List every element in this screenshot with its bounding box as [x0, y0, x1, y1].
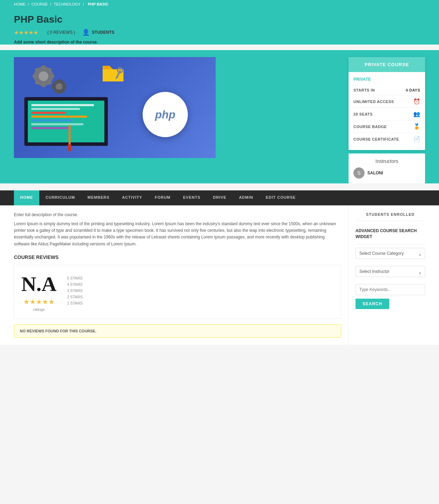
short-description: Add some short description of the course… — [14, 40, 425, 45]
breadcrumb-current: PHP BASIC — [88, 2, 109, 6]
star-row-4: 4 STARS — [67, 282, 334, 286]
breadcrumb-course[interactable]: COURSE — [31, 2, 48, 6]
unlimited-access-row: UNLIMITED ACCESS ⏰ — [353, 95, 420, 108]
advanced-search-title: ADVANCED COURSE SEARCH WIDGET — [356, 228, 425, 240]
private-course-card: PRIVATE COURSE PRIVATE STARTS IN 4 DAYS … — [349, 57, 425, 150]
reviews-section: COURSE REVIEWS N.A ★★★★★ ratings 5 STARS — [14, 254, 341, 338]
star-1-label: 1 STARS — [67, 301, 83, 305]
hero-section: PHP Basic ★★★★★ ( 0 REVIEWS ) 👤 STUDENTS… — [0, 8, 439, 45]
star-row-5: 5 STARS — [67, 276, 334, 280]
breadcrumb: HOME / COURSE / TECHNOLOGY / PHP BASIC — [0, 0, 439, 8]
star-row-2: 2 STARS — [67, 295, 334, 299]
php-logo: php — [143, 92, 188, 137]
students-label: STUDENTS — [92, 30, 114, 35]
svg-rect-19 — [69, 125, 71, 146]
php-text: php — [155, 108, 176, 121]
content-sidebar: STUDENTS ENROLLED ADVANCED COURSE SEARCH… — [349, 205, 425, 345]
badge-row: COURSE BADGE 🏅 — [353, 120, 420, 133]
instructor-name: SALONI — [367, 171, 383, 175]
badge-icon: 🏅 — [413, 123, 421, 130]
rating-stars: ★★★★★ — [14, 29, 38, 36]
students-enrolled-widget: STUDENTS ENROLLED — [356, 212, 425, 221]
star-row-1: 1 STARS — [67, 301, 334, 305]
search-button[interactable]: SEARCH — [356, 299, 389, 309]
advanced-search-widget: ADVANCED COURSE SEARCH WIDGET Select Cou… — [356, 228, 425, 309]
svg-rect-13 — [58, 89, 61, 93]
seats-row: 20 SEATS 👥 — [353, 108, 420, 120]
na-score-block: N.A ★★★★★ ratings — [21, 272, 57, 312]
gear-decoration — [31, 64, 70, 99]
svg-rect-20 — [68, 144, 71, 151]
instructor-select-wrapper: Select Instructor — [356, 266, 425, 281]
main-layout: php PRIVATE COURSE PRIVATE STARTS IN 4 D… — [0, 50, 439, 183]
tab-activity[interactable]: ACTIVITY — [116, 190, 149, 205]
students-enrolled-title: STUDENTS ENROLLED — [356, 212, 425, 216]
starts-in-value: 4 DAYS — [406, 88, 420, 92]
private-card-header: PRIVATE COURSE — [349, 57, 425, 72]
svg-rect-15 — [62, 85, 65, 88]
advanced-search-divider — [356, 244, 425, 244]
tab-admin[interactable]: ADMIN — [233, 190, 260, 205]
breadcrumb-home[interactable]: HOME — [14, 2, 25, 6]
tab-members[interactable]: MEMBERS — [81, 190, 116, 205]
students-block: 👤 STUDENTS — [82, 29, 114, 36]
left-column: php — [14, 57, 342, 183]
category-select-wrapper: Select Course Category — [356, 248, 425, 262]
tab-home[interactable]: HOME — [14, 190, 39, 205]
lorem-text: Lorem Ipsum is simply dummy text of the … — [14, 221, 341, 247]
widget-divider — [356, 221, 425, 221]
private-card-body: PRIVATE STARTS IN 4 DAYS UNLIMITED ACCES… — [349, 72, 425, 150]
course-image: php — [14, 57, 216, 158]
tab-edit-course[interactable]: EDIT COURSE — [260, 190, 302, 205]
reviews-inner: N.A ★★★★★ ratings 5 STARS 4 STARS — [21, 272, 334, 312]
star-2-label: 2 STARS — [67, 295, 83, 299]
instructor-item[interactable]: S SALONI — [353, 167, 420, 179]
reviews-count: ( 0 REVIEWS ) — [47, 30, 75, 35]
star-row-3: 3 STARS — [67, 289, 334, 293]
na-stars: ★★★★★ — [21, 298, 57, 306]
na-text: N.A — [21, 272, 57, 296]
svg-rect-5 — [42, 83, 45, 87]
star-3-label: 3 STARS — [67, 289, 83, 293]
category-select[interactable]: Select Course Category — [356, 248, 425, 259]
content-main: Enter full description of the course. Lo… — [14, 205, 349, 345]
students-icon: 👤 — [82, 29, 90, 36]
star-5-label: 5 STARS — [67, 276, 83, 280]
certificate-label: COURSE CERTIFICATE — [353, 137, 399, 141]
no-reviews-message: NO REVIEWS FOUND FOR THIS COURSE. — [14, 324, 341, 338]
instructor-avatar: S — [353, 167, 365, 179]
reviews-box: N.A ★★★★★ ratings 5 STARS 4 STARS — [14, 265, 341, 319]
hero-meta: ★★★★★ ( 0 REVIEWS ) 👤 STUDENTS — [14, 29, 425, 36]
seats-label: 20 SEATS — [353, 112, 373, 116]
keyword-input[interactable] — [356, 284, 425, 295]
tab-curriculum[interactable]: CURRICULUM — [39, 190, 81, 205]
full-desc-label: Enter full description of the course. — [14, 212, 341, 217]
instructors-title: Instructors — [353, 158, 420, 164]
instructors-section: Instructors S SALONI — [349, 153, 425, 183]
stars-breakdown: 5 STARS 4 STARS 3 STARS 2 STARS 1 STARS — [67, 276, 334, 307]
right-column: PRIVATE COURSE PRIVATE STARTS IN 4 DAYS … — [349, 57, 425, 183]
screwdriver-icon — [64, 125, 75, 153]
seats-icon: 👥 — [413, 111, 421, 117]
folder-icon — [101, 62, 125, 83]
starts-in-row: STARTS IN 4 DAYS — [353, 85, 420, 95]
svg-rect-7 — [50, 74, 54, 78]
tab-forum[interactable]: FORUM — [149, 190, 177, 205]
reviews-title: COURSE REVIEWS — [14, 254, 341, 260]
clock-icon: ⏰ — [413, 98, 421, 105]
instructor-select[interactable]: Select Instructor — [356, 266, 425, 277]
page-title: PHP Basic — [14, 14, 425, 25]
na-ratings: ratings — [21, 307, 57, 312]
certificate-icon: 📄 — [413, 136, 421, 142]
breadcrumb-technology[interactable]: TECHNOLOGY — [54, 2, 80, 6]
tab-drive[interactable]: DRIVE — [207, 190, 233, 205]
svg-rect-12 — [58, 79, 61, 82]
badge-label: COURSE BADGE — [353, 125, 387, 129]
unlimited-access-label: UNLIMITED ACCESS — [353, 100, 394, 104]
course-nav: HOME CURRICULUM MEMBERS ACTIVITY FORUM E… — [0, 190, 439, 205]
tab-events[interactable]: EVENTS — [177, 190, 207, 205]
svg-rect-4 — [42, 65, 45, 70]
course-image-inner: php — [14, 57, 216, 158]
certificate-row: COURSE CERTIFICATE 📄 — [353, 133, 420, 145]
starts-in-label: STARTS IN — [353, 88, 375, 92]
